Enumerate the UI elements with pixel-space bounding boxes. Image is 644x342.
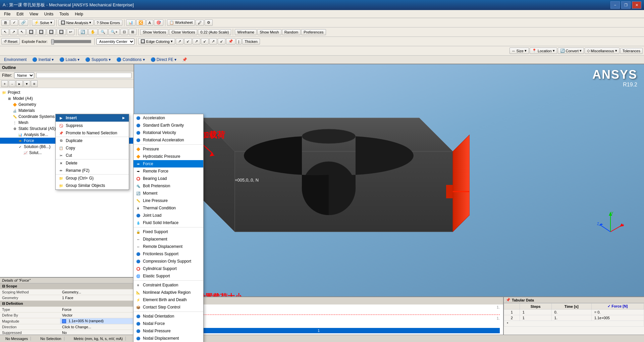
outline-collapse-all[interactable]: - (9, 80, 15, 87)
sub-line-pressure[interactable]: 📏 Line Pressure (133, 197, 203, 204)
env-pin-button[interactable]: 📌 (179, 57, 190, 63)
tb2-small7[interactable]: ↩ (67, 29, 74, 35)
ctx-rename[interactable]: ✏ Rename (F2) (56, 167, 129, 174)
sub-earth-gravity[interactable]: 🔵 Standard Earth Gravity (133, 122, 203, 129)
show-mesh-button[interactable]: Show Mesh (257, 29, 281, 35)
tb1-icon4[interactable]: 🎯 (154, 19, 163, 26)
ctx-group-similar[interactable]: 📁 Group Similar Objects (56, 182, 129, 189)
sub-remote-force[interactable]: ➡ Remote Force (133, 167, 203, 175)
sub-element-birth[interactable]: ⚡ Element Birth and Death (133, 296, 203, 303)
tb3-arrow2[interactable]: ↙ (184, 38, 192, 45)
show-vertices-button[interactable]: Show Vertices (140, 29, 168, 35)
geometry-val[interactable]: 1 Face (60, 295, 133, 301)
sub-compression-only[interactable]: 🔵 Compression Only Support (133, 258, 203, 265)
sub-displacement[interactable]: ↔ Displacement (133, 235, 203, 243)
sub-cylindrical[interactable]: ⭕ Cylindrical Support (133, 265, 203, 272)
cursor-btn[interactable]: ↖ (18, 29, 26, 35)
outline-next[interactable]: ▾ (23, 80, 30, 87)
sub-nodal-disp[interactable]: 🔵 Nodal Displacement (133, 335, 203, 342)
environment-button[interactable]: Environment (1, 57, 29, 63)
sub-nodal-orient[interactable]: 🔵 Nodal Orientation (133, 313, 203, 320)
ctx-suppress[interactable]: 🚫 Suppress (56, 122, 129, 129)
row2-steps[interactable]: 1 (520, 315, 551, 321)
row2-time[interactable]: 1. (551, 315, 591, 321)
close-vertices-button[interactable]: Close Vertices (169, 29, 197, 35)
outline-expand-all[interactable]: + (1, 80, 8, 87)
menu-view[interactable]: View (27, 11, 41, 17)
right-panel[interactable]: ANSYS R19.2 (134, 64, 644, 342)
tb3-arrow6[interactable]: ↙ (218, 38, 225, 45)
outline-prev[interactable]: ▸ (16, 80, 23, 87)
tb1-icon6[interactable]: ⚙ (205, 19, 213, 26)
tree-item-geometry[interactable]: 🔶 Geometry (0, 101, 133, 108)
miscellaneous-button[interactable]: ◇ Miscellaneous ▾ (585, 48, 620, 54)
ctx-insert[interactable]: ▶ Insert (56, 114, 129, 122)
sub-constraint-eq[interactable]: ≡ Constraint Equation (133, 281, 203, 289)
tb2-small2[interactable]: ↗ (10, 29, 17, 35)
tree-item-materials[interactable]: 🔬 Materials (0, 108, 133, 114)
restore-button[interactable]: ❐ (621, 1, 631, 9)
row1-time[interactable]: 0. (551, 310, 591, 315)
scoping-method-val[interactable]: Geometry... (60, 289, 133, 295)
loads-button[interactable]: 🔵 Loads ▾ (57, 57, 82, 63)
tolerances-button[interactable]: Tolerances (620, 48, 643, 54)
tb2-pan[interactable]: ✋ (88, 29, 98, 35)
sub-rotational-velocity[interactable]: 🔵 Rotational Velocity (133, 129, 203, 136)
tb2-zoomin[interactable]: 🔍+ (108, 29, 120, 35)
wireframe-button[interactable]: Wireframe (235, 29, 257, 35)
direct-fe-button[interactable]: 🔵 Direct FE ▾ (148, 57, 179, 63)
tb2-small6[interactable]: 🔲 (57, 29, 66, 35)
row2-force[interactable]: 1.1e+005 (591, 315, 644, 321)
outline-filter-btn[interactable]: ≡ (31, 80, 38, 87)
tb2-small5[interactable]: 🔲 (47, 29, 56, 35)
tb2-fit[interactable]: ⊡ (120, 29, 128, 35)
close-button[interactable]: ✕ (632, 1, 641, 9)
sub-bolt[interactable]: 🔩 Bolt Pretension (133, 182, 203, 190)
new-analysis-button[interactable]: 🔲 New Analysis ▾ (58, 19, 94, 26)
ctx-group[interactable]: 📁 Group (Ctrl+ G) (56, 175, 129, 182)
thicken-button[interactable]: Thicken (242, 39, 260, 45)
random-button[interactable]: Random (282, 29, 301, 35)
row1-force[interactable]: = 0. (591, 310, 644, 315)
sub-joint-load[interactable]: 🔵 Joint Load (133, 212, 203, 219)
sub-elastic[interactable]: 🌀 Elastic Support (133, 272, 203, 280)
tree-item-project[interactable]: 📁 Project (0, 89, 133, 95)
ctx-promote[interactable]: 📌 Promote to Named Selection (56, 129, 129, 137)
menu-file[interactable]: File (1, 11, 13, 17)
direction-val[interactable]: Click to Change... (60, 324, 133, 330)
tb2-small3[interactable]: 🔲 (26, 29, 36, 35)
menu-edit[interactable]: Edit (14, 11, 26, 17)
toolbar-icon-3[interactable]: 🔗 (19, 19, 28, 26)
filter-select[interactable]: Name (14, 72, 34, 78)
assembly-center-select[interactable]: Assembly Center (96, 39, 135, 45)
sub-hydrostatic[interactable]: 🔶 Hydrostatic Pressure (133, 153, 203, 160)
tree-item-model[interactable]: ⊞ Model (A4) (0, 95, 133, 101)
row1-steps[interactable]: 1 (520, 310, 551, 315)
tb2-zoom[interactable]: 🔍 (98, 29, 108, 35)
sub-fluid-solid[interactable]: 💧 Fluid Solid Interface (133, 219, 203, 226)
solve-button[interactable]: ⚡ Solve ▾ (32, 19, 55, 26)
tb1-icon5[interactable]: 🖊 (196, 20, 204, 26)
toolbar-icon-2[interactable]: ✓ (10, 19, 18, 26)
tabular-pin-icon[interactable]: 📌 (506, 298, 511, 302)
size-button[interactable]: ↔ Size ▾ (509, 48, 529, 54)
supports-button[interactable]: 🔵 Supports ▾Supports ▾ (83, 57, 113, 63)
3d-plate[interactable]: +005,0,.0, N (168, 91, 470, 259)
ctx-duplicate[interactable]: ⧉ Duplicate (56, 137, 129, 144)
minimize-button[interactable]: − (610, 1, 620, 9)
conditions-button[interactable]: 🔵 Conditions ▾ (114, 57, 147, 63)
menu-tools[interactable]: Tools (57, 11, 71, 17)
sub-thermal[interactable]: 🌡 Thermal Condition (133, 204, 203, 212)
tb3-arrow1[interactable]: ↗ (176, 38, 183, 45)
sub-moment[interactable]: 🔄 Moment (133, 190, 203, 197)
tb3-arrow4[interactable]: ↙ (201, 38, 209, 45)
inertial-button[interactable]: 🔵 Inertial ▾ (30, 57, 56, 63)
sub-pressure[interactable]: 🔶 Pressure (133, 145, 203, 153)
magnitude-val[interactable]: 1.1e+005 N (ramped) (60, 318, 133, 324)
defineby-val[interactable]: Vector (60, 313, 133, 318)
tb2-small1[interactable]: ↖ (1, 29, 9, 35)
sub-remote-disp[interactable]: ↔ Remote Displacement (133, 243, 203, 250)
worksheet-button[interactable]: 📋 Worksheet (167, 19, 195, 26)
sub-nodal-force[interactable]: 🔵 Nodal Force (133, 320, 203, 327)
reset-button[interactable]: ↺ Reset (1, 38, 20, 45)
